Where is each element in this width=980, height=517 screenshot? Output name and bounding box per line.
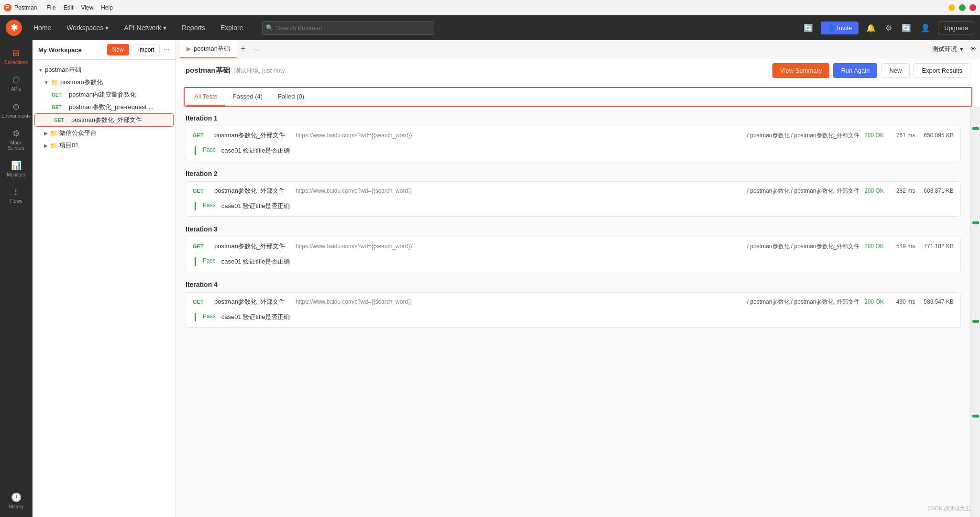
expand-arrow: ▼ [38, 67, 43, 73]
sidebar-item-apis[interactable]: ⬡ APIs [2, 71, 31, 96]
nav-home[interactable]: Home [30, 22, 55, 33]
status-badge: 200 OK [864, 132, 884, 139]
nav-reports[interactable]: Reports [178, 22, 209, 33]
scroll-markers [970, 107, 980, 517]
folder-wechat[interactable]: ▶ 📁 微信公众平台 [33, 127, 176, 139]
collection-postman-base[interactable]: ▼ postman基础 [33, 64, 176, 76]
method-badge: GET [193, 188, 209, 194]
request-pre-request[interactable]: GET postman参数化_pre-request ... [33, 101, 176, 113]
method-badge: GET [193, 299, 209, 305]
sidebar-item-mock-servers[interactable]: ⚙ Mock Servers [2, 124, 31, 154]
profile-icon[interactable]: 👤 [919, 22, 932, 34]
chevron-down-icon: ▾ [163, 24, 166, 32]
tab-label: postman基础 [194, 44, 230, 53]
menu-edit[interactable]: Edit [64, 4, 74, 11]
test-results: Pass case01 验证title是否正确 [186, 200, 960, 212]
folder-name: 项目01 [59, 141, 78, 150]
scroll-marker-1 [972, 127, 979, 130]
invite-button[interactable]: 👤 Invite [821, 22, 859, 34]
request-row: GET postman参数化_外部文件 https://www.baidu.co… [186, 126, 961, 161]
request-row: GET postman参数化_外部文件 https://www.baidu.co… [186, 292, 961, 328]
nav-workspaces[interactable]: Workspaces ▾ [63, 22, 112, 33]
new-button[interactable]: New [881, 63, 910, 78]
add-tab-button[interactable]: + [237, 44, 250, 54]
test-name: case01 验证title是否正确 [221, 313, 290, 321]
request-builtin-var[interactable]: GET postman内建变量参数化 [33, 88, 176, 101]
nav-explore[interactable]: Explore [217, 22, 247, 33]
request-path: / postman参数化 / postman参数化_外部文件 [747, 242, 859, 251]
environment-selector: 测试环境 ▾ 👁 [932, 45, 976, 54]
sidebar-item-flows[interactable]: ⫶ Flows [2, 183, 31, 208]
test-name: case01 验证title是否正确 [221, 257, 290, 266]
mock-servers-icon: ⚙ [12, 128, 20, 139]
import-button[interactable]: Import [133, 44, 160, 55]
nav-api-network[interactable]: API Network ▾ [120, 22, 170, 33]
minimize-button[interactable] [948, 4, 955, 11]
sidebar-item-environments[interactable]: ⊙ Environments [2, 98, 31, 122]
iteration-4-header: Iteration 4 [186, 273, 961, 292]
method-badge: GET [52, 92, 66, 98]
title-bar: P Postman File Edit View Help [0, 0, 980, 15]
tab-postman-base[interactable]: ▶ postman基础 [180, 40, 237, 58]
new-collection-button[interactable]: New [107, 44, 129, 55]
export-results-button[interactable]: Export Results [914, 63, 970, 78]
window-controls [948, 4, 976, 11]
request-path: / postman参数化 / postman参数化_外部文件 [747, 132, 859, 140]
folder-name: postman参数化 [60, 78, 103, 87]
runner-env-timestamp: 测试环境, just now [234, 66, 285, 75]
folder-parameterization[interactable]: ▼ 📁 postman参数化 [33, 76, 176, 88]
maximize-button[interactable] [959, 4, 966, 11]
folder-icon: 📁 [50, 142, 57, 149]
request-name: postman参数化_外部文件 [214, 131, 291, 140]
search-area: 🔍 [262, 21, 434, 35]
request-name: postman参数化_外部文件 [214, 297, 291, 306]
method-badge: GET [193, 243, 209, 249]
request-path: / postman参数化 / postman参数化_外部文件 [747, 298, 859, 306]
tab-failed[interactable]: Failed (0) [270, 88, 312, 106]
folder-project01[interactable]: ▶ 📁 项目01 [33, 139, 176, 152]
apis-icon: ⬡ [12, 75, 20, 85]
more-tabs-icon[interactable]: ··· [249, 45, 263, 53]
footer-credit: CSDN @测试大王 [928, 505, 970, 512]
sidebar-item-monitors[interactable]: 📊 Monitors [2, 156, 31, 181]
view-summary-button[interactable]: View Summary [772, 63, 829, 78]
sidebar-item-history[interactable]: 🕐 History [2, 488, 31, 513]
tab-passed[interactable]: Passed (4) [225, 88, 270, 106]
menu-bar: File Edit View Help [46, 4, 113, 11]
status-badge: 200 OK [864, 243, 884, 250]
notification-bell-icon[interactable]: 🔔 [864, 22, 878, 34]
method-badge: GET [193, 132, 209, 138]
tab-all-tests[interactable]: All Tests [187, 88, 225, 106]
sync-status-icon[interactable]: 🔄 [900, 22, 913, 34]
request-row-header: GET postman参数化_外部文件 https://www.baidu.co… [186, 126, 960, 144]
invite-icon: 👤 [827, 24, 835, 32]
request-url: https://www.baidu.com/s?wd={{search_word… [296, 187, 738, 194]
iteration-1-header: Iteration 1 [186, 107, 961, 126]
pass-label: Pass [203, 257, 216, 266]
upgrade-button[interactable]: Upgrade [938, 22, 974, 34]
runner-info: postman基础 测试环境, just now [186, 66, 772, 75]
folder-icon: 📁 [51, 79, 58, 86]
response-time: 751 ms [896, 132, 915, 139]
pass-label: Pass [203, 202, 216, 210]
runner-collection-name: postman基础 [186, 66, 230, 75]
run-again-button[interactable]: Run Again [833, 63, 877, 78]
runner-header: postman基础 测试环境, just now View Summary Ru… [176, 58, 980, 83]
test-results: Pass case01 验证title是否正确 [186, 255, 960, 268]
pass-label: Pass [203, 313, 216, 321]
request-name: postman参数化_外部文件 [214, 187, 291, 195]
more-options-icon[interactable]: ··· [164, 45, 170, 54]
menu-help[interactable]: Help [101, 4, 113, 11]
scroll-marker-4 [972, 415, 979, 418]
menu-view[interactable]: View [81, 4, 93, 11]
response-size: 650.895 KB [924, 132, 954, 139]
close-button[interactable] [969, 4, 976, 11]
menu-file[interactable]: File [46, 4, 55, 11]
sidebar-item-collections[interactable]: ⊞ Collections [2, 44, 31, 69]
sidebar-icons: ⊞ Collections ⬡ APIs ⊙ Environments ⚙ Mo… [0, 40, 33, 517]
sync-icon[interactable]: 🔄 [802, 22, 815, 34]
request-external-file[interactable]: GET postman参数化_外部文件 [34, 113, 174, 127]
env-view-icon[interactable]: 👁 [970, 45, 976, 53]
search-input[interactable] [262, 21, 434, 35]
settings-icon[interactable]: ⚙ [883, 22, 894, 34]
